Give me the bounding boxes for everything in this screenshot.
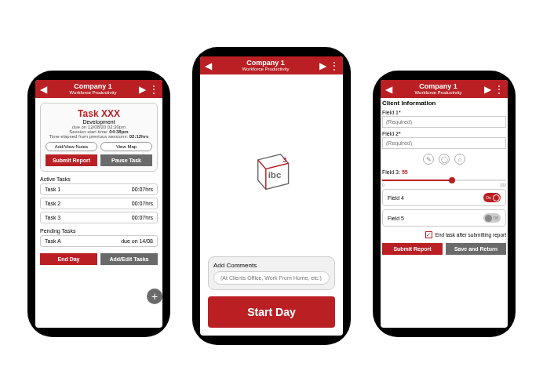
header-subtitle: Workforce Productivity: [215, 67, 316, 71]
back-icon[interactable]: ◀: [385, 84, 392, 95]
slider-max: 100: [500, 183, 506, 187]
field3-label: Field 3:: [382, 169, 400, 175]
header-title: Company 1: [50, 83, 136, 90]
task-row[interactable]: Task Adue on 14/08: [40, 235, 158, 247]
view-map-button[interactable]: View Map: [100, 142, 152, 151]
field5-label: Field 5: [388, 216, 404, 221]
logo: ibc 3: [205, 79, 338, 256]
field1-input[interactable]: [382, 116, 506, 128]
menu-icon[interactable]: ⋮: [494, 87, 503, 92]
phone-task-detail: ◀ Company 1 Workforce Productivity ▶ ⋮ T…: [27, 71, 170, 337]
header-subtitle: Workforce Productivity: [395, 90, 481, 95]
end-task-checkbox[interactable]: ✓: [425, 231, 432, 238]
logo-text: ibc: [268, 170, 282, 180]
mic-icon[interactable]: ⌂: [454, 154, 465, 165]
comments-input[interactable]: [213, 271, 330, 285]
field3-slider[interactable]: 0 100: [382, 175, 506, 186]
field5-toggle[interactable]: Off: [483, 213, 501, 223]
active-tasks-label: Active Tasks: [40, 176, 158, 182]
field4-label: Field 4: [388, 195, 404, 201]
save-return-button[interactable]: Save and Return: [446, 243, 506, 255]
add-task-fab[interactable]: +: [147, 289, 162, 304]
back-icon[interactable]: ◀: [205, 60, 212, 71]
forward-icon[interactable]: ▶: [319, 60, 326, 71]
start-day-button[interactable]: Start Day: [208, 296, 335, 328]
task-row[interactable]: Task 300:07hrs: [40, 212, 158, 223]
app-header: ◀ Company 1 Workforce Productivity ▶ ⋮: [35, 80, 162, 98]
header-title: Company 1: [215, 60, 316, 67]
camera-icon[interactable]: ◯: [439, 154, 450, 165]
client-info-heading: Client Information: [382, 100, 506, 107]
field2-label: Field 2*: [382, 131, 506, 136]
task-category: Development: [46, 119, 152, 125]
menu-icon[interactable]: ⋮: [330, 64, 338, 68]
comments-label: Add Comments: [213, 262, 330, 269]
elapsed-value: 02:12hrs: [129, 134, 149, 139]
task-card: Task XXX Development due on 12/08/20 02:…: [40, 103, 158, 172]
forward-icon[interactable]: ▶: [139, 84, 146, 95]
phone-start-day: ◀ Company 1 Workforce Productivity ▶ ⋮ i…: [192, 47, 351, 345]
task-name: Task XXX: [46, 108, 152, 119]
header-subtitle: Workforce Productivity: [50, 90, 136, 95]
app-header: ◀ Company 1 Workforce Productivity ▶ ⋮: [381, 80, 508, 98]
pending-tasks-label: Pending Tasks: [40, 228, 158, 234]
add-edit-tasks-button[interactable]: Add/Edit Tasks: [100, 253, 158, 265]
elapsed-label: Time elapsed from previous sessions:: [49, 134, 129, 139]
attach-icon[interactable]: ✎: [423, 154, 434, 165]
pause-task-button[interactable]: Pause Task: [100, 154, 152, 166]
app-header: ◀ Company 1 Workforce Productivity ▶ ⋮: [200, 56, 343, 74]
phone-client-form: ◀ Company 1 Workforce Productivity ▶ ⋮ C…: [373, 71, 516, 337]
header-title: Company 1: [395, 83, 481, 90]
field1-label: Field 1*: [382, 110, 506, 115]
field3-value: 55: [402, 169, 408, 175]
menu-icon[interactable]: ⋮: [149, 87, 158, 92]
task-row[interactable]: Task 100:07hrs: [40, 183, 158, 195]
field4-toggle[interactable]: On: [483, 193, 501, 202]
submit-report-button[interactable]: Submit Report: [382, 243, 443, 255]
comments-panel: Add Comments: [208, 256, 335, 290]
field4-row: Field 4 On: [382, 189, 506, 206]
task-row[interactable]: Task 200:07hrs: [40, 198, 158, 209]
field2-input[interactable]: [382, 137, 506, 149]
forward-icon[interactable]: ▶: [484, 84, 491, 95]
field5-row: Field 5 Off: [382, 209, 506, 227]
end-day-button[interactable]: End Day: [40, 253, 97, 265]
slider-min: 0: [382, 183, 384, 187]
back-icon[interactable]: ◀: [40, 84, 47, 95]
logo-sup: 3: [282, 156, 286, 164]
end-task-label: End task after submitting report: [435, 232, 506, 238]
submit-report-button[interactable]: Submit Report: [46, 154, 97, 166]
add-view-notes-button[interactable]: Add/View Notes: [46, 142, 97, 151]
